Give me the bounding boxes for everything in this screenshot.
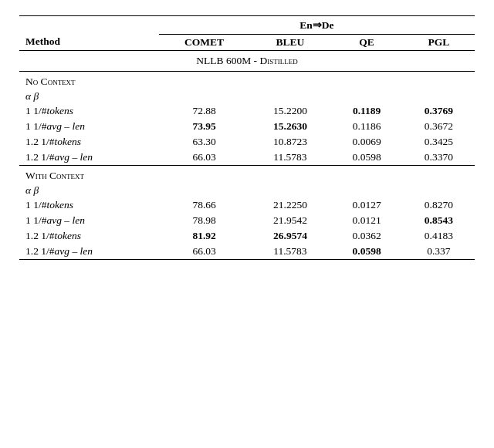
distilled-section-row: NLLB 600M - Distilled [19,51,475,72]
bleu-header: BLEU [249,35,330,51]
method-cell: 1.2 1/#tokens [19,134,159,150]
method-cell: 1 1/#tokens [19,197,159,213]
method-cell: 1.2 1/#tokens [19,228,159,244]
comet-cell: 81.92 [159,228,250,244]
alpha-beta-0: α β [19,89,475,103]
pgl-cell: 0.8270 [403,197,475,213]
pgl-cell: 0.337 [403,244,475,260]
alpha-beta-1: α β [19,184,475,197]
table-row: 1.2 1/#tokens 81.92 26.9574 0.0362 0.418… [19,228,475,244]
table-row: 1 1/#tokens 78.66 21.2250 0.0127 0.8270 [19,197,475,213]
pgl-cell: 0.3370 [403,150,475,166]
comet-cell: 78.66 [159,197,250,213]
bleu-cell: 15.2630 [249,119,330,134]
qe-header: QE [330,35,402,51]
section-label-1: With Context [19,166,475,184]
bleu-cell: 21.9542 [249,213,330,228]
pgl-cell: 0.3672 [403,119,475,134]
table-row: 1 1/#avg – len 78.98 21.9542 0.0121 0.85… [19,213,475,228]
comet-cell: 63.30 [159,134,250,150]
qe-cell: 0.0127 [330,197,402,213]
method-header: Method [19,16,159,51]
qe-cell: 0.0598 [330,150,402,166]
section-label-0: No Context [19,72,475,90]
qe-cell: 0.1186 [330,119,402,134]
en-de-group-header: En⇒De [159,16,475,35]
table-row: 1 1/#tokens 72.88 15.2200 0.1189 0.3769 [19,103,475,119]
qe-cell: 0.0598 [330,244,402,260]
method-cell: 1 1/#avg – len [19,119,159,134]
comet-cell: 66.03 [159,244,250,260]
method-cell: 1.2 1/#avg – len [19,150,159,166]
qe-cell: 0.1189 [330,103,402,119]
method-cell: 1.2 1/#avg – len [19,244,159,260]
comet-header: COMET [159,35,250,51]
table-row: 1.2 1/#avg – len 66.03 11.5783 0.0598 0.… [19,244,475,260]
table-row: 1 1/#avg – len 73.95 15.2630 0.1186 0.36… [19,119,475,134]
method-cell: 1 1/#avg – len [19,213,159,228]
pgl-cell: 0.3769 [403,103,475,119]
method-cell: 1 1/#tokens [19,103,159,119]
bleu-cell: 11.5783 [249,150,330,166]
comet-cell: 78.98 [159,213,250,228]
comet-cell: 72.88 [159,103,250,119]
qe-cell: 0.0069 [330,134,402,150]
comet-cell: 66.03 [159,150,250,166]
header-row-1: Method En⇒De [19,16,475,35]
pgl-header: PGL [403,35,475,51]
qe-cell: 0.0121 [330,213,402,228]
bleu-cell: 26.9574 [249,228,330,244]
comet-cell: 73.95 [159,119,250,134]
bleu-cell: 10.8723 [249,134,330,150]
pgl-cell: 0.8543 [403,213,475,228]
pgl-cell: 0.4183 [403,228,475,244]
bleu-cell: 11.5783 [249,244,330,260]
results-table: Method En⇒De COMET BLEU QE PGL NLLB 600M… [19,15,475,260]
table-container: Method En⇒De COMET BLEU QE PGL NLLB 600M… [19,15,475,260]
bleu-cell: 21.2250 [249,197,330,213]
table-row: 1.2 1/#tokens 63.30 10.8723 0.0069 0.342… [19,134,475,150]
table-row: 1.2 1/#avg – len 66.03 11.5783 0.0598 0.… [19,150,475,166]
qe-cell: 0.0362 [330,228,402,244]
bleu-cell: 15.2200 [249,103,330,119]
pgl-cell: 0.3425 [403,134,475,150]
